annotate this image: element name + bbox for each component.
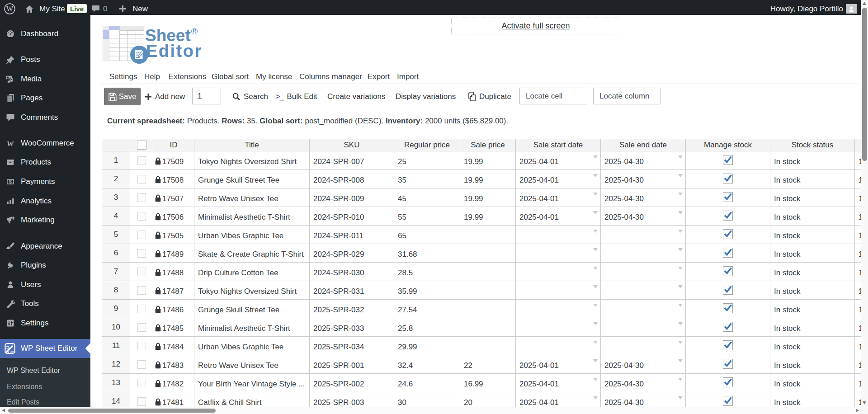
svg-text:W: W bbox=[6, 5, 14, 13]
svg-text:$: $ bbox=[9, 179, 12, 184]
svg-text:w: w bbox=[7, 139, 14, 148]
